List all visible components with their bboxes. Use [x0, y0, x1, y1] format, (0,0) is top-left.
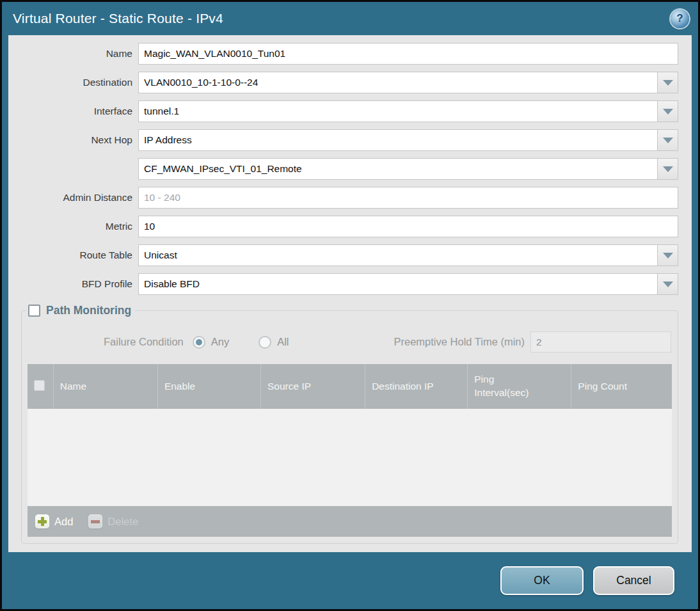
failure-condition-all-label: All: [277, 336, 289, 348]
form-row-admin-distance: Admin Distance: [15, 187, 678, 209]
destination-input[interactable]: [138, 72, 658, 93]
failure-condition-any-radio: [193, 336, 205, 349]
minus-icon: [88, 514, 102, 528]
path-monitoring-section: Path Monitoring Failure Condition Any Al…: [21, 304, 678, 544]
next-hop-type-input[interactable]: [138, 129, 658, 151]
interface-label: Interface: [15, 106, 138, 117]
delete-button-label: Delete: [107, 516, 138, 528]
metric-label: Metric: [15, 221, 138, 232]
path-monitoring-title: Path Monitoring: [46, 304, 131, 317]
hold-time-input: [530, 331, 671, 353]
route-table-input[interactable]: [138, 244, 658, 266]
form-row-route-table: Route Table: [15, 244, 678, 266]
add-button-label: Add: [54, 516, 73, 528]
form-row-next-hop-address: [15, 158, 678, 180]
delete-button: Delete: [88, 514, 138, 528]
form-row-bfd-profile: BFD Profile: [15, 273, 678, 295]
failure-condition-group: Failure Condition Any All: [104, 336, 289, 349]
path-monitoring-legend: Path Monitoring: [27, 304, 135, 317]
grid-header-select: [28, 364, 53, 409]
grid-header-source-ip: Source IP: [261, 364, 365, 409]
next-hop-label: Next Hop: [15, 134, 138, 146]
dialog-content: Name Destination Interface Next Hop: [8, 35, 692, 552]
bfd-profile-dropdown-button[interactable]: [657, 273, 678, 295]
chevron-down-icon: [663, 253, 673, 258]
form-row-name: Name: [15, 43, 678, 65]
metric-input[interactable]: [138, 216, 678, 237]
grid-header-name: Name: [53, 364, 157, 409]
grid-header-row: Name Enable Source IP Destination IP Pin…: [28, 364, 672, 409]
hold-time-label: Preemptive Hold Time (min): [394, 336, 525, 348]
plus-icon: [35, 514, 49, 528]
admin-distance-label: Admin Distance: [15, 192, 138, 203]
next-hop-address-dropdown-button[interactable]: [657, 158, 678, 180]
grid-header-ping-count: Ping Count: [571, 364, 672, 409]
select-all-checkbox: [34, 380, 45, 391]
name-label: Name: [15, 48, 138, 60]
chevron-down-icon: [663, 282, 673, 287]
dialog-titlebar: Virtual Router - Static Route - IPv4 ?: [2, 2, 698, 35]
failure-condition-all-radio: [259, 336, 271, 349]
bfd-profile-label: BFD Profile: [15, 278, 138, 290]
destination-dropdown-button[interactable]: [657, 72, 678, 93]
path-monitoring-controls: Failure Condition Any All Preemptive Hol…: [28, 331, 671, 353]
form-row-next-hop: Next Hop: [15, 129, 678, 151]
route-table-dropdown-button[interactable]: [657, 244, 678, 266]
static-route-dialog: Virtual Router - Static Route - IPv4 ? N…: [0, 0, 700, 611]
hold-time-group: Preemptive Hold Time (min): [394, 331, 671, 353]
grid-header-enable: Enable: [157, 364, 260, 409]
bfd-profile-input[interactable]: [138, 273, 658, 295]
ok-button[interactable]: OK: [500, 566, 584, 595]
grid-empty-body: [28, 409, 672, 506]
chevron-down-icon: [663, 138, 673, 143]
path-monitoring-grid: Name Enable Source IP Destination IP Pin…: [28, 364, 672, 537]
route-table-label: Route Table: [15, 250, 138, 261]
chevron-down-icon: [663, 109, 673, 115]
destination-label: Destination: [15, 77, 138, 88]
form-row-destination: Destination: [15, 72, 678, 93]
dialog-footer: OK Cancel: [2, 552, 698, 609]
help-icon[interactable]: ?: [671, 10, 689, 28]
path-monitoring-checkbox[interactable]: [28, 305, 40, 317]
next-hop-type-dropdown-button[interactable]: [657, 129, 678, 151]
name-input[interactable]: [138, 43, 678, 65]
failure-condition-label: Failure Condition: [104, 336, 184, 348]
cancel-button[interactable]: Cancel: [593, 566, 674, 595]
next-hop-address-input[interactable]: [138, 158, 658, 180]
dialog-title: Virtual Router - Static Route - IPv4: [13, 11, 223, 26]
interface-dropdown-button[interactable]: [657, 100, 678, 122]
chevron-down-icon: [663, 80, 673, 86]
add-button[interactable]: Add: [35, 514, 73, 528]
interface-input[interactable]: [138, 100, 658, 122]
grid-header-ping-interval: Ping Interval(sec): [468, 364, 571, 409]
failure-condition-any-label: Any: [211, 336, 229, 348]
form-row-metric: Metric: [15, 216, 678, 237]
form-row-interface: Interface: [15, 100, 678, 122]
grid-toolbar: Add Delete: [28, 506, 672, 537]
grid-header-destination-ip: Destination IP: [365, 364, 468, 409]
chevron-down-icon: [663, 166, 673, 172]
admin-distance-input[interactable]: [138, 187, 678, 209]
